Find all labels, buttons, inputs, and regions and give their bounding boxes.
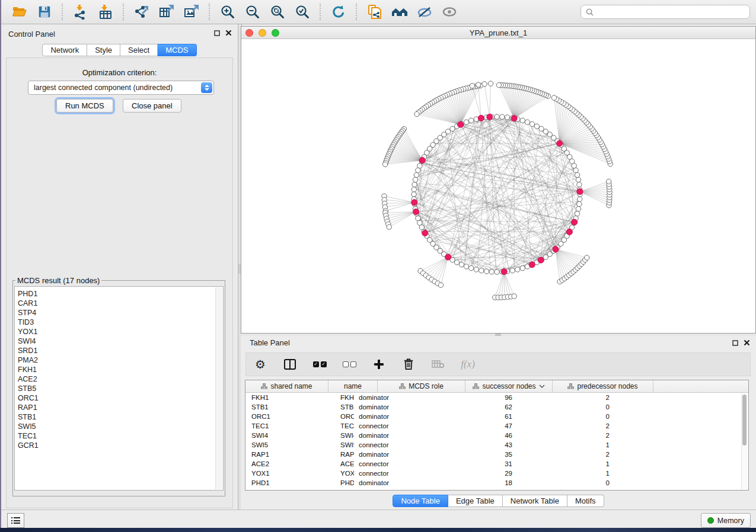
table-cell[interactable]: ACE2 — [323, 460, 354, 467]
list-item[interactable]: SWI4 — [18, 336, 223, 346]
table-cell[interactable]: STB1 — [323, 403, 354, 411]
export-network-icon[interactable] — [132, 3, 152, 21]
zoom-selected-icon[interactable] — [292, 3, 312, 21]
list-item[interactable]: PHD1 — [18, 289, 223, 299]
table-cell[interactable]: 2 — [518, 451, 614, 458]
list-item[interactable]: STP4 — [18, 308, 223, 318]
table-cell[interactable]: 18 — [437, 479, 518, 486]
table-row[interactable]: PHD1PHD1dominator180 — [245, 478, 748, 488]
close-panel-icon[interactable] — [744, 339, 750, 346]
deselect-all-icon[interactable] — [342, 357, 356, 371]
table-cell[interactable]: 96 — [437, 394, 518, 401]
table-row[interactable]: STB1STB1dominator620 — [245, 402, 748, 412]
mcds-result-list[interactable]: PHD1CAR1STP4TID3YOX1SWI4SRD1PMA2FKH1ACE2… — [14, 286, 224, 491]
table-cell[interactable]: dominator — [354, 413, 437, 420]
table-row[interactable]: TEC1TEC1connector472 — [245, 421, 748, 431]
table-cell[interactable]: connector — [354, 470, 437, 477]
import-network-icon[interactable] — [71, 3, 91, 21]
table-cell[interactable]: dominator — [354, 479, 437, 486]
open-file-icon[interactable] — [9, 3, 30, 21]
table-row[interactable]: SWI4SWI4dominator462 — [245, 431, 748, 440]
table-cell[interactable]: YOX1 — [323, 470, 354, 477]
select-all-icon[interactable]: ✓✓ — [312, 357, 327, 371]
table-cell[interactable]: connector — [354, 460, 437, 467]
tab-edge-table[interactable]: Edge Table — [448, 495, 503, 507]
search-input[interactable] — [580, 5, 750, 19]
settings-icon[interactable]: ⚙ — [253, 357, 267, 371]
table-cell[interactable]: 47 — [437, 422, 518, 430]
delete-icon[interactable] — [401, 357, 416, 371]
table-cell[interactable]: FKH1 — [245, 394, 323, 401]
zoom-fit-icon[interactable] — [267, 3, 288, 21]
table-cell[interactable]: STB1 — [245, 403, 323, 411]
table-cell[interactable]: 1 — [518, 460, 614, 467]
float-panel-icon[interactable] — [214, 30, 220, 36]
zoom-out-icon[interactable] — [243, 3, 263, 21]
table-cell[interactable]: 2 — [518, 394, 614, 401]
table-cell[interactable]: 29 — [437, 470, 518, 477]
table-row[interactable]: FKH1FKH1dominator962 — [245, 393, 748, 402]
list-item[interactable]: PMA2 — [18, 355, 223, 365]
list-item[interactable]: CAR1 — [18, 299, 223, 308]
list-item[interactable]: SRD1 — [18, 346, 223, 355]
table-cell[interactable]: YOX1 — [245, 470, 323, 477]
mcds-list-scrollbar[interactable] — [215, 287, 222, 489]
table-cell[interactable]: 0 — [518, 479, 614, 486]
table-cell[interactable]: dominator — [354, 394, 437, 401]
table-cell[interactable]: RAP1 — [245, 451, 323, 458]
table-cell[interactable]: 35 — [437, 451, 518, 458]
list-item[interactable]: ACE2 — [18, 374, 223, 384]
table-cell[interactable]: 46 — [437, 432, 518, 439]
export-table-icon[interactable] — [157, 3, 177, 21]
table-cell[interactable]: dominator — [354, 403, 437, 411]
table-cell[interactable]: 61 — [437, 413, 518, 420]
table-cell[interactable]: 31 — [437, 460, 518, 467]
table-cell[interactable]: 0 — [518, 413, 614, 420]
list-item[interactable]: TEC1 — [18, 431, 223, 441]
close-panel-icon[interactable] — [225, 30, 232, 36]
table-cell[interactable]: TEC1 — [245, 422, 323, 430]
table-cell[interactable]: PHD1 — [245, 479, 323, 486]
optimization-criterion-select[interactable]: largest connected component (undirected) — [28, 81, 214, 95]
list-item[interactable]: STB5 — [18, 384, 223, 393]
list-item[interactable]: ORC1 — [18, 393, 223, 403]
list-item[interactable]: TID3 — [18, 318, 223, 327]
table-cell[interactable]: 2 — [518, 432, 614, 439]
table-row[interactable]: YOX1YOX1connector291 — [245, 469, 748, 478]
node-table[interactable]: shared namenameMCDS rolesuccessor nodesp… — [245, 380, 749, 491]
scrollbar-thumb[interactable] — [742, 395, 747, 446]
table-cell[interactable]: SWI5 — [245, 441, 323, 448]
table-row[interactable]: ORC1ORC1dominator610 — [245, 412, 748, 421]
tab-network-table[interactable]: Network Table — [503, 495, 567, 507]
zoom-in-icon[interactable] — [218, 3, 238, 21]
table-cell[interactable]: dominator — [354, 432, 437, 439]
tab-motifs[interactable]: Motifs — [567, 495, 604, 507]
network-window-titlebar[interactable]: YPA_prune.txt_1 — [241, 27, 755, 39]
table-cell[interactable]: ACE2 — [245, 460, 323, 467]
table-row[interactable]: RAP1RAP1dominator352 — [245, 450, 748, 459]
table-cell[interactable]: connector — [354, 441, 437, 448]
tab-style[interactable]: Style — [87, 44, 120, 56]
table-cell[interactable]: connector — [354, 422, 437, 430]
list-item[interactable]: GCR1 — [18, 441, 223, 450]
show-all-icon[interactable] — [439, 3, 460, 21]
add-icon[interactable] — [372, 357, 386, 371]
table-cell[interactable]: SWI4 — [245, 432, 323, 439]
table-cell[interactable]: TEC1 — [323, 422, 354, 430]
memory-button[interactable]: Memory — [701, 513, 751, 528]
table-cell[interactable]: 1 — [518, 470, 614, 477]
table-cell[interactable]: 62 — [437, 403, 518, 411]
run-mcds-button[interactable]: Run MCDS — [56, 99, 113, 113]
close-panel-button[interactable]: Close panel — [123, 99, 181, 113]
duplicate-network-icon[interactable] — [365, 3, 385, 21]
table-row[interactable]: ACE2ACE2connector311 — [245, 459, 748, 469]
column-header-name[interactable]: name — [328, 380, 378, 392]
table-cell[interactable]: ORC1 — [323, 413, 354, 420]
network-graph[interactable] — [241, 39, 755, 333]
list-item[interactable]: STB1 — [18, 412, 223, 422]
float-panel-icon[interactable] — [732, 340, 738, 346]
table-row[interactable]: SWI5SWI5connector431 — [245, 440, 748, 450]
table-cell[interactable]: dominator — [354, 451, 437, 458]
column-header-shared-name[interactable]: shared name — [245, 380, 328, 392]
network-canvas[interactable] — [241, 39, 755, 333]
